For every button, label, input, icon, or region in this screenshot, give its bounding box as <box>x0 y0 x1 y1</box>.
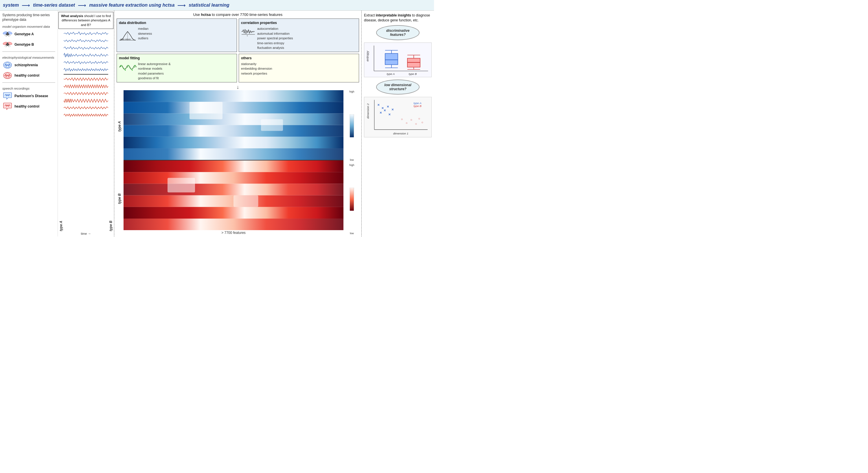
feat-box-title-correlation: correlation properties <box>241 20 357 26</box>
feat-item-autoregressive: linear autoregressive & <box>138 62 171 67</box>
section-label-movement: model organism movement data <box>2 25 55 28</box>
svg-text:×: × <box>380 110 382 115</box>
ts-line-red-4 <box>64 97 108 104</box>
section-label-speech: speech recordings <box>2 87 55 90</box>
svg-text:○: ○ <box>415 122 417 126</box>
ts-line-red-1 <box>64 75 108 82</box>
svg-point-27 <box>130 67 130 68</box>
fly-red-icon <box>2 40 13 48</box>
svg-text:×: × <box>384 108 386 112</box>
pipeline-step-3: massive feature extraction using hctsa <box>89 3 175 8</box>
scatterplot-area: dimension 2 dimension 1 × × × × × × × ty… <box>364 97 432 137</box>
svg-text:×: × <box>392 107 394 111</box>
content-area: Systems producing time-series phenotype … <box>0 11 434 236</box>
ts-time-label: time → <box>81 232 91 235</box>
blue-scale-low: low <box>350 159 354 161</box>
feat-item-power-spectral: power spectral properties <box>257 36 293 41</box>
ts-line-blue-3 <box>64 44 108 52</box>
svg-point-23 <box>120 66 121 67</box>
ts-line-red-2 <box>64 83 108 90</box>
svg-rect-34 <box>124 136 343 148</box>
feature-box-data-dist: data distribution data values median ske… <box>117 19 237 52</box>
svg-rect-37 <box>261 119 283 131</box>
red-scale-low: low <box>350 232 354 235</box>
ts-line-blue-4 <box>64 52 108 59</box>
svg-text:τ: τ <box>247 34 248 36</box>
svg-rect-40 <box>124 183 343 195</box>
heatmap-container: type A type B <box>117 90 359 235</box>
svg-line-12 <box>5 45 6 46</box>
brain-red-icon <box>2 71 13 79</box>
svg-line-15 <box>7 45 9 47</box>
right-panel: Extract interpretable insights to diagno… <box>362 11 434 236</box>
timeseries-panel: What analysis should I use to find diffe… <box>58 11 114 236</box>
pipeline-arrow-2: ⟶ <box>78 2 86 9</box>
red-color-scale: high low <box>345 164 359 235</box>
feat-item-median: median <box>138 26 152 31</box>
svg-text:type A: type A <box>387 72 395 75</box>
svg-rect-52 <box>385 54 398 65</box>
svg-rect-42 <box>124 207 343 218</box>
svg-point-28 <box>132 70 133 71</box>
feat-item-outliers: outliers <box>138 36 152 41</box>
ts-line-blue-1 <box>64 30 108 37</box>
ts-question-box: What analysis should I use to find diffe… <box>58 12 114 29</box>
svg-point-29 <box>134 67 135 67</box>
svg-line-7 <box>7 35 9 37</box>
feat-item-embedding: embedding dimension <box>241 66 357 71</box>
feat-item-model-params: model parameters <box>138 71 171 76</box>
down-arrow-to-heatmap: ↓ <box>117 84 359 90</box>
feat-item-automutual: automutual information <box>257 31 293 36</box>
svg-rect-30 <box>124 90 343 102</box>
svg-text:○: ○ <box>401 117 403 121</box>
svg-point-26 <box>127 67 128 67</box>
feat-item-ts-entropy: time-series entropy <box>257 41 293 46</box>
svg-text:×: × <box>378 103 380 107</box>
heatmap-type-b-label: type B <box>118 194 122 204</box>
blue-scale-bar <box>349 114 354 137</box>
ts-type-a-label: type A <box>58 30 64 231</box>
feature-panel: Use hctsa to compare over 7700 time-seri… <box>114 11 362 236</box>
svg-text:type B: type B <box>413 104 422 107</box>
svg-line-6 <box>9 34 10 36</box>
label-healthy-control-speech: healthy control <box>14 104 39 108</box>
feat-item-goodness: goodness of fit <box>138 76 171 81</box>
system-item-healthy-control-eeg: healthy control <box>2 71 55 79</box>
svg-line-5 <box>6 35 7 37</box>
svg-text:dimension 2: dimension 2 <box>366 103 370 119</box>
ts-line-red-3 <box>64 90 108 97</box>
right-panel-title: Extract interpretable insights to diagno… <box>364 13 432 23</box>
svg-rect-32 <box>124 113 343 125</box>
ts-type-b-label: type B <box>108 30 114 231</box>
ts-line-blue-5 <box>64 59 108 66</box>
feat-item-nonlinear: nonlinear models <box>138 66 171 71</box>
pipeline-step-1: system <box>3 3 19 8</box>
feature-box-model-fitting: model fitting <box>117 54 237 82</box>
speech-blue-icon <box>2 92 13 100</box>
main-container: system ⟶ time-series dataset ⟶ massive f… <box>0 0 434 236</box>
svg-text:○: ○ <box>410 118 412 122</box>
fly-blue-icon <box>2 30 13 38</box>
svg-line-14 <box>9 45 10 46</box>
label-schizophrenia: schizophrenia <box>14 63 38 67</box>
svg-text:○: ○ <box>406 121 408 124</box>
heatmap-type-a-label: type A <box>118 121 122 132</box>
svg-rect-45 <box>234 195 258 207</box>
system-item-healthy-control-speech: healthy control <box>2 102 55 110</box>
heatmap-red-section <box>124 161 343 230</box>
pipeline-arrow-3: ⟶ <box>177 2 186 9</box>
blue-color-scale: high low <box>345 90 359 161</box>
heatmap-visual: > 7700 features <box>124 90 343 235</box>
svg-text:type A: type A <box>413 101 421 104</box>
svg-text:○: ○ <box>418 116 420 120</box>
ts-line-blue-2 <box>64 37 108 44</box>
ts-line-blue-6 <box>64 66 108 73</box>
label-genotype-b: Genotype B <box>14 42 34 46</box>
svg-rect-36 <box>189 102 222 119</box>
left-panel: Systems producing time-series phenotype … <box>0 11 58 236</box>
svg-rect-46 <box>350 114 354 137</box>
svg-rect-38 <box>124 161 343 172</box>
svg-point-3 <box>7 32 8 34</box>
svg-rect-39 <box>124 172 343 183</box>
speech-red-icon <box>2 102 13 110</box>
